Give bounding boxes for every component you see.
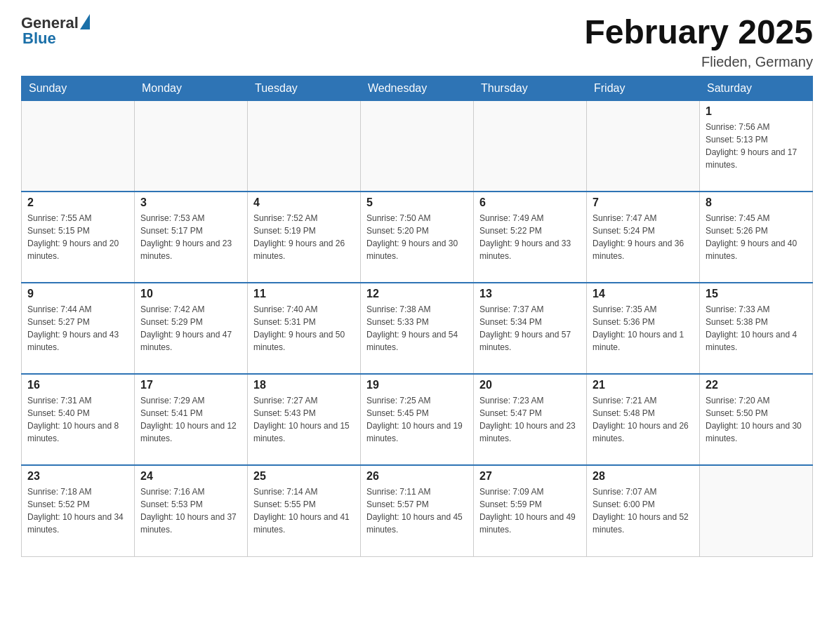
logo-blue-text: Blue (22, 29, 90, 48)
calendar-cell (700, 465, 813, 556)
calendar-cell: 26Sunrise: 7:11 AM Sunset: 5:57 PM Dayli… (361, 465, 474, 556)
day-info: Sunrise: 7:55 AM Sunset: 5:15 PM Dayligh… (27, 212, 128, 262)
day-number: 9 (27, 288, 128, 300)
day-info: Sunrise: 7:16 AM Sunset: 5:53 PM Dayligh… (140, 485, 241, 536)
calendar-cell: 3Sunrise: 7:53 AM Sunset: 5:17 PM Daylig… (135, 192, 248, 283)
day-info: Sunrise: 7:44 AM Sunset: 5:27 PM Dayligh… (27, 303, 128, 354)
day-info: Sunrise: 7:23 AM Sunset: 5:47 PM Dayligh… (479, 394, 581, 445)
calendar-title: February 2025 (584, 14, 813, 51)
day-number: 5 (366, 196, 468, 209)
day-info: Sunrise: 7:42 AM Sunset: 5:29 PM Dayligh… (140, 303, 241, 354)
day-info: Sunrise: 7:25 AM Sunset: 5:45 PM Dayligh… (366, 394, 468, 445)
calendar-week-row: 16Sunrise: 7:31 AM Sunset: 5:40 PM Dayli… (22, 374, 813, 465)
calendar-cell (361, 100, 474, 192)
calendar-cell: 16Sunrise: 7:31 AM Sunset: 5:40 PM Dayli… (22, 374, 135, 465)
day-info: Sunrise: 7:09 AM Sunset: 5:59 PM Dayligh… (479, 485, 581, 536)
calendar-cell: 6Sunrise: 7:49 AM Sunset: 5:22 PM Daylig… (474, 192, 587, 283)
calendar-cell: 23Sunrise: 7:18 AM Sunset: 5:52 PM Dayli… (22, 465, 135, 556)
calendar-cell: 15Sunrise: 7:33 AM Sunset: 5:38 PM Dayli… (700, 283, 813, 374)
calendar-cell: 2Sunrise: 7:55 AM Sunset: 5:15 PM Daylig… (22, 192, 135, 283)
day-number: 6 (479, 196, 581, 209)
day-info: Sunrise: 7:11 AM Sunset: 5:57 PM Dayligh… (366, 485, 468, 536)
day-number: 7 (593, 196, 694, 209)
calendar-cell: 25Sunrise: 7:14 AM Sunset: 5:55 PM Dayli… (248, 465, 361, 556)
day-number: 20 (479, 379, 581, 391)
day-info: Sunrise: 7:29 AM Sunset: 5:41 PM Dayligh… (140, 394, 241, 445)
calendar-cell: 4Sunrise: 7:52 AM Sunset: 5:19 PM Daylig… (248, 192, 361, 283)
calendar-cell: 11Sunrise: 7:40 AM Sunset: 5:31 PM Dayli… (248, 283, 361, 374)
calendar-cell: 20Sunrise: 7:23 AM Sunset: 5:47 PM Dayli… (474, 374, 587, 465)
day-info: Sunrise: 7:14 AM Sunset: 5:55 PM Dayligh… (253, 485, 355, 536)
day-number: 25 (253, 470, 355, 483)
day-info: Sunrise: 7:20 AM Sunset: 5:50 PM Dayligh… (706, 394, 807, 445)
calendar-cell: 19Sunrise: 7:25 AM Sunset: 5:45 PM Dayli… (361, 374, 474, 465)
calendar-cell: 27Sunrise: 7:09 AM Sunset: 5:59 PM Dayli… (474, 465, 587, 556)
day-info: Sunrise: 7:07 AM Sunset: 6:00 PM Dayligh… (593, 485, 694, 536)
calendar-cell: 22Sunrise: 7:20 AM Sunset: 5:50 PM Dayli… (700, 374, 813, 465)
calendar-cell: 5Sunrise: 7:50 AM Sunset: 5:20 PM Daylig… (361, 192, 474, 283)
calendar-week-row: 1Sunrise: 7:56 AM Sunset: 5:13 PM Daylig… (22, 100, 813, 192)
day-of-week-header: Monday (135, 76, 248, 100)
logo: General Blue (21, 14, 90, 48)
calendar-table: SundayMondayTuesdayWednesdayThursdayFrid… (21, 76, 813, 557)
day-info: Sunrise: 7:38 AM Sunset: 5:33 PM Dayligh… (366, 303, 468, 354)
day-number: 19 (366, 379, 468, 391)
day-of-week-header: Tuesday (248, 76, 361, 100)
day-info: Sunrise: 7:56 AM Sunset: 5:13 PM Dayligh… (706, 121, 807, 171)
day-number: 24 (140, 470, 241, 483)
calendar-cell: 14Sunrise: 7:35 AM Sunset: 5:36 PM Dayli… (587, 283, 700, 374)
page-header: General Blue February 2025 Flieden, Germ… (21, 14, 813, 70)
day-number: 8 (706, 196, 807, 209)
day-number: 11 (253, 288, 355, 300)
day-info: Sunrise: 7:52 AM Sunset: 5:19 PM Dayligh… (253, 212, 355, 262)
day-number: 26 (366, 470, 468, 483)
day-of-week-header: Wednesday (361, 76, 474, 100)
calendar-cell (135, 100, 248, 192)
calendar-cell: 18Sunrise: 7:27 AM Sunset: 5:43 PM Dayli… (248, 374, 361, 465)
calendar-cell: 7Sunrise: 7:47 AM Sunset: 5:24 PM Daylig… (587, 192, 700, 283)
day-info: Sunrise: 7:18 AM Sunset: 5:52 PM Dayligh… (27, 485, 128, 536)
day-number: 23 (27, 470, 128, 483)
day-number: 18 (253, 379, 355, 391)
day-info: Sunrise: 7:47 AM Sunset: 5:24 PM Dayligh… (593, 212, 694, 262)
day-of-week-header: Sunday (22, 76, 135, 100)
day-number: 10 (140, 288, 241, 300)
days-header-row: SundayMondayTuesdayWednesdayThursdayFrid… (22, 76, 813, 100)
day-of-week-header: Friday (587, 76, 700, 100)
day-info: Sunrise: 7:33 AM Sunset: 5:38 PM Dayligh… (706, 303, 807, 354)
day-number: 21 (593, 379, 694, 391)
day-number: 4 (253, 196, 355, 209)
day-number: 16 (27, 379, 128, 391)
calendar-week-row: 2Sunrise: 7:55 AM Sunset: 5:15 PM Daylig… (22, 192, 813, 283)
calendar-cell: 12Sunrise: 7:38 AM Sunset: 5:33 PM Dayli… (361, 283, 474, 374)
day-number: 12 (366, 288, 468, 300)
day-number: 22 (706, 379, 807, 391)
day-number: 15 (706, 288, 807, 300)
day-number: 28 (593, 470, 694, 483)
day-number: 1 (706, 105, 807, 118)
calendar-cell: 1Sunrise: 7:56 AM Sunset: 5:13 PM Daylig… (700, 100, 813, 192)
day-info: Sunrise: 7:49 AM Sunset: 5:22 PM Dayligh… (479, 212, 581, 262)
day-info: Sunrise: 7:37 AM Sunset: 5:34 PM Dayligh… (479, 303, 581, 354)
calendar-cell: 13Sunrise: 7:37 AM Sunset: 5:34 PM Dayli… (474, 283, 587, 374)
day-number: 3 (140, 196, 241, 209)
calendar-cell: 24Sunrise: 7:16 AM Sunset: 5:53 PM Dayli… (135, 465, 248, 556)
calendar-cell: 28Sunrise: 7:07 AM Sunset: 6:00 PM Dayli… (587, 465, 700, 556)
day-info: Sunrise: 7:21 AM Sunset: 5:48 PM Dayligh… (593, 394, 694, 445)
logo-triangle-icon (80, 14, 90, 29)
calendar-cell (474, 100, 587, 192)
day-number: 14 (593, 288, 694, 300)
day-info: Sunrise: 7:50 AM Sunset: 5:20 PM Dayligh… (366, 212, 468, 262)
calendar-cell: 21Sunrise: 7:21 AM Sunset: 5:48 PM Dayli… (587, 374, 700, 465)
calendar-week-row: 9Sunrise: 7:44 AM Sunset: 5:27 PM Daylig… (22, 283, 813, 374)
calendar-cell: 17Sunrise: 7:29 AM Sunset: 5:41 PM Dayli… (135, 374, 248, 465)
title-block: February 2025 Flieden, Germany (584, 14, 813, 70)
day-info: Sunrise: 7:35 AM Sunset: 5:36 PM Dayligh… (593, 303, 694, 354)
day-number: 27 (479, 470, 581, 483)
calendar-cell (587, 100, 700, 192)
day-number: 17 (140, 379, 241, 391)
day-of-week-header: Thursday (474, 76, 587, 100)
calendar-subtitle: Flieden, Germany (584, 54, 813, 70)
day-info: Sunrise: 7:31 AM Sunset: 5:40 PM Dayligh… (27, 394, 128, 445)
day-number: 2 (27, 196, 128, 209)
